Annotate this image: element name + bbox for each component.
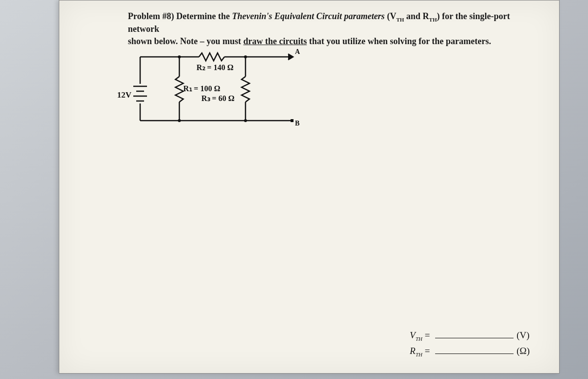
problem-line2a: shown below. Note – you must — [128, 36, 244, 46]
vth-blank — [435, 331, 514, 338]
rth-unit: (Ω) — [516, 346, 530, 356]
problem-line1d: and R — [404, 11, 429, 21]
vth-row: VTH = (V) — [410, 330, 530, 342]
problem-line2c: that you utilize when solving for the pa… — [307, 36, 491, 46]
svg-rect-21 — [291, 119, 294, 122]
problem-underline: draw the circuits — [244, 36, 307, 46]
answer-lines: VTH = (V) RTH = (Ω) — [410, 326, 530, 361]
r2-label: R₂ = 140 Ω — [196, 63, 233, 72]
terminal-b-label: B — [295, 120, 299, 127]
vth-var: VTH — [410, 330, 422, 340]
page: Problem #8) Determine the Thevenin's Equ… — [59, 0, 560, 374]
svg-point-20 — [244, 119, 247, 122]
sub-th2: TH — [429, 17, 437, 23]
svg-point-18 — [244, 55, 247, 58]
r1-label: R₁ = 100 Ω — [183, 84, 220, 93]
terminal-a-label: A — [295, 48, 300, 55]
r3-label: R₃ = 60 Ω — [201, 94, 234, 103]
circuit-diagram: A B R₂ = 140 Ω R₁ = 100 Ω R₃ = 60 Ω — [135, 47, 307, 126]
rth-var: RTH — [410, 346, 422, 356]
svg-point-19 — [178, 119, 181, 122]
source-label: 12V — [117, 90, 131, 100]
problem-statement: Problem #8) Determine the Thevenin's Equ… — [128, 10, 520, 47]
vth-unit: (V) — [516, 330, 529, 340]
svg-point-17 — [178, 55, 181, 58]
sub-th1: TH — [396, 17, 404, 23]
problem-italic: Thevenin's Equivalent Circuit parameters — [232, 11, 385, 21]
problem-prefix: Problem #8) — [128, 11, 174, 21]
rth-row: RTH = (Ω) — [410, 346, 530, 357]
rth-blank — [435, 347, 514, 354]
problem-line1a: Determine the — [176, 11, 232, 21]
problem-line1c: (V — [385, 11, 396, 21]
